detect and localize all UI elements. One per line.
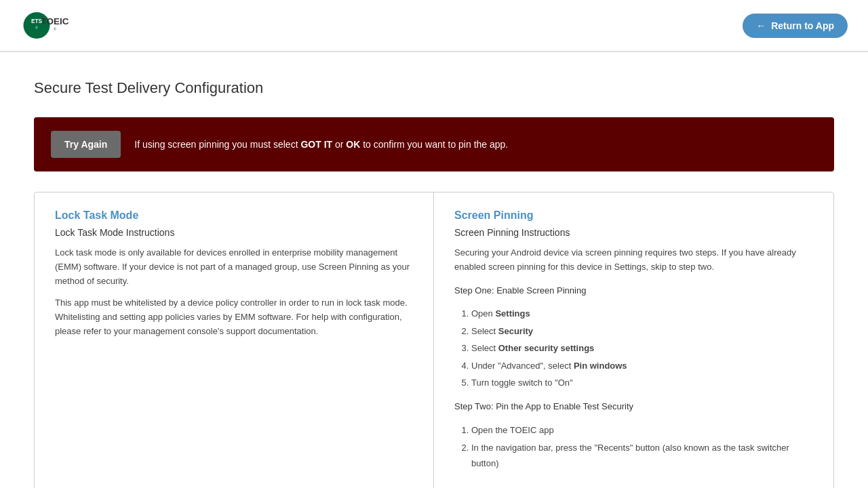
list-item: Open Settings [471, 306, 813, 321]
warning-message: If using screen pinning you must select … [134, 138, 508, 152]
arrow-left-icon: ← [756, 20, 766, 31]
lock-task-mode-body: Lock task mode is only available for dev… [55, 246, 413, 339]
lock-task-mode-panel: Lock Task Mode Lock Task Mode Instructio… [35, 192, 434, 488]
svg-text:®: ® [54, 27, 56, 31]
return-button-label: Return to App [771, 20, 834, 31]
list-item: Under "Advanced", select Pin windows [471, 358, 813, 373]
header: ETS ® TOEIC ® ← Return to App [0, 0, 868, 52]
got-it-text: GOT IT [300, 139, 332, 150]
try-again-button[interactable]: Try Again [51, 131, 121, 158]
lock-task-mode-subtitle: Lock Task Mode Instructions [55, 227, 413, 238]
warning-or: or [332, 139, 346, 150]
ok-text: OK [346, 139, 360, 150]
instructions-grid: Lock Task Mode Lock Task Mode Instructio… [34, 192, 834, 488]
lock-task-para2: This app must be whitelisted by a device… [55, 296, 413, 338]
ets-toeic-logo: ETS ® TOEIC ® [20, 7, 81, 44]
screen-pinning-intro: Securing your Android device via screen … [454, 246, 813, 274]
warning-banner: Try Again If using screen pinning you mu… [34, 117, 834, 171]
list-item: Select Security [471, 323, 813, 339]
logo-area: ETS ® TOEIC ® [20, 7, 81, 44]
step-one-list: Open Settings Select Security Select Oth… [454, 306, 813, 390]
return-to-app-button[interactable]: ← Return to App [743, 14, 848, 38]
screen-pinning-body: Securing your Android device via screen … [454, 246, 813, 471]
svg-text:TOEIC: TOEIC [41, 16, 68, 26]
screen-pinning-subtitle: Screen Pinning Instructions [454, 227, 813, 238]
screen-pinning-title: Screen Pinning [454, 209, 813, 222]
page-title: Secure Test Delivery Configuration [34, 79, 834, 97]
warning-suffix: to confirm you want to pin the app. [360, 139, 508, 150]
list-item: Select Other security settings [471, 340, 813, 356]
main-content: Secure Test Delivery Configuration Try A… [0, 52, 868, 488]
warning-prefix: If using screen pinning you must select [134, 139, 300, 150]
lock-task-mode-title: Lock Task Mode [55, 209, 413, 222]
step-two-heading: Step Two: Pin the App to Enable Test Sec… [454, 400, 813, 414]
step-one-heading: Step One: Enable Screen Pinning [454, 284, 813, 298]
lock-task-para1: Lock task mode is only available for dev… [55, 246, 413, 288]
step-two-list: Open the TOEIC app In the navigation bar… [454, 422, 813, 471]
list-item: In the navigation bar, press the "Recent… [471, 440, 813, 472]
screen-pinning-panel: Screen Pinning Screen Pinning Instructio… [434, 192, 833, 488]
list-item: Open the TOEIC app [471, 422, 813, 438]
list-item: Turn toggle switch to "On" [471, 375, 813, 390]
